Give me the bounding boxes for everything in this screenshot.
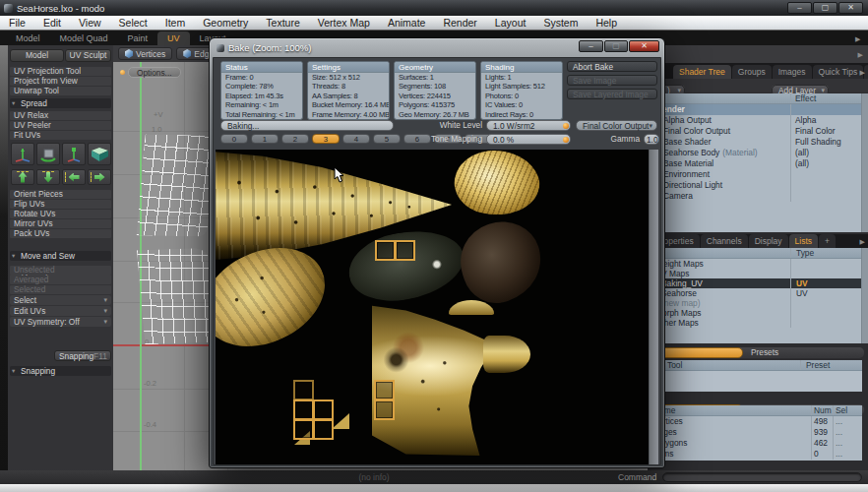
item-panel-tab[interactable]: Channels xyxy=(701,234,748,248)
menu-item[interactable]: Help xyxy=(587,17,626,29)
uv-map-tool-icon[interactable] xyxy=(88,143,111,165)
workspace-tab[interactable]: Model Quad xyxy=(50,31,118,45)
workspace-tab[interactable]: UV xyxy=(157,31,190,45)
vertex-map-row[interactable]: Morph Maps xyxy=(648,308,862,318)
shift-down-icon[interactable] xyxy=(36,169,60,185)
uv-move-tool-icon[interactable] xyxy=(11,143,34,165)
shader-panel-tab[interactable]: Quick Tips xyxy=(813,65,864,79)
tab-uv-sculpt[interactable]: UV Sculpt xyxy=(65,49,111,62)
dialog-minimize-button[interactable]: – xyxy=(579,40,603,52)
tool-list-item[interactable]: Project from View xyxy=(10,77,111,86)
maximize-button[interactable]: ▢ xyxy=(813,2,837,14)
shift-up-icon[interactable] xyxy=(11,169,34,185)
bake-image-scrollbar[interactable] xyxy=(649,150,658,464)
mini-slider-icon[interactable] xyxy=(563,123,569,129)
tone-mapping-field[interactable]: 0.0 % xyxy=(486,134,571,145)
abort-bake-button[interactable]: Abort Bake xyxy=(567,61,657,72)
menu-item[interactable]: Texture xyxy=(257,17,308,29)
bucket-number-button[interactable]: 1 xyxy=(251,134,279,144)
tool-list-item[interactable]: Pack UVs xyxy=(10,229,111,238)
tool-list-item[interactable]: Rotate UVs xyxy=(10,210,111,218)
dialog-close-button[interactable]: ✕ xyxy=(629,40,659,52)
menu-item[interactable]: System xyxy=(534,17,587,29)
options-button[interactable]: Options... xyxy=(128,67,181,78)
shift-right-icon[interactable] xyxy=(88,169,111,185)
options-toggle-dot-icon[interactable] xyxy=(120,70,125,75)
menu-item[interactable]: File xyxy=(0,17,34,29)
menu-item[interactable]: Item xyxy=(156,17,194,29)
uv-rotate-tool-icon[interactable] xyxy=(36,143,60,165)
tool-list-item[interactable]: UV Peeler xyxy=(10,121,111,130)
tab-overflow-arrow-icon[interactable]: ▶ xyxy=(855,35,860,43)
presets-title[interactable]: Presets xyxy=(751,347,778,358)
shader-tree-row[interactable]: Base Material (all) xyxy=(648,158,862,169)
selection-dropdown[interactable]: Edit UVs xyxy=(10,306,111,316)
selection-dropdown[interactable]: Select xyxy=(10,295,111,305)
selection-dropdown[interactable]: UV Symmetry: Off xyxy=(10,317,111,327)
section-spread[interactable]: Spread xyxy=(10,98,111,108)
output-dropdown[interactable]: Final Color Output xyxy=(576,120,657,131)
vertex-map-row[interactable]: Baking_UV UV xyxy=(648,278,862,288)
vertex-map-row[interactable]: Other Maps xyxy=(648,318,862,328)
shader-tree-row[interactable]: Environment xyxy=(648,169,862,180)
vertex-map-row[interactable]: Weight Maps xyxy=(648,259,862,269)
vertex-map-row[interactable]: UV Maps xyxy=(648,269,862,278)
shader-panel-tab[interactable]: Groups xyxy=(732,65,772,79)
mini-slider-icon[interactable] xyxy=(563,137,569,143)
bucket-number-button[interactable]: 0 xyxy=(220,134,248,144)
shader-panel-tab[interactable]: Images xyxy=(773,65,812,79)
vertices-mode-button[interactable]: Vertices xyxy=(118,47,172,60)
shader-tree-row[interactable]: Base Shader Full Shading xyxy=(648,137,862,148)
os-titlebar[interactable]: SeaHorse.lxo - modo – ▢ ✕ xyxy=(0,0,868,16)
vertex-map-row[interactable]: (new map) xyxy=(648,298,862,308)
section-snapping[interactable]: Snapping xyxy=(10,366,111,376)
menu-item[interactable]: Geometry xyxy=(194,17,257,29)
gamma-field[interactable]: 1.0 xyxy=(644,134,659,145)
shader-tree-row[interactable]: Seahorse Body(Material) (all) xyxy=(648,148,862,158)
tool-list-item[interactable]: Flip UVs xyxy=(10,200,111,209)
shader-tree-scrollbar[interactable] xyxy=(861,93,868,232)
tab-overflow-arrow-icon[interactable]: ▶ xyxy=(860,238,865,246)
shader-tree-row[interactable]: Alpha Output Alpha xyxy=(648,115,862,126)
menu-item[interactable]: Render xyxy=(434,17,485,29)
bucket-number-button[interactable]: 4 xyxy=(342,134,370,144)
shader-panel-tab[interactable]: Shader Tree xyxy=(673,65,731,79)
tool-list-item[interactable]: UV Projection Tool xyxy=(10,67,111,76)
shader-tree-row[interactable]: Final Color Output Final Color xyxy=(648,126,862,137)
tool-list-item[interactable]: Mirror UVs xyxy=(10,219,111,228)
shader-tree-row[interactable]: Directional Light xyxy=(648,180,862,191)
shader-tree-row[interactable]: Render xyxy=(648,104,862,115)
tab-model[interactable]: Model xyxy=(10,49,64,62)
panel-overflow-arrow-icon[interactable]: ▶ xyxy=(858,51,863,59)
menu-item[interactable]: Layout xyxy=(486,17,535,29)
bucket-number-button[interactable]: 3 xyxy=(312,134,340,144)
close-button[interactable]: ✕ xyxy=(838,2,863,14)
snapping-button[interactable]: Snapping F11 xyxy=(54,350,111,361)
tool-list-item[interactable]: Unwrap Tool xyxy=(10,87,111,95)
menu-item[interactable]: Edit xyxy=(34,17,70,29)
workspace-tab[interactable]: Paint xyxy=(118,31,158,45)
uv-scale-tool-icon[interactable] xyxy=(62,143,86,165)
bucket-number-button[interactable]: 2 xyxy=(281,134,309,144)
tool-list-item[interactable]: UV Relax xyxy=(10,111,111,120)
command-input[interactable] xyxy=(662,472,862,482)
item-panel-tab[interactable]: Lists xyxy=(789,234,818,248)
shift-left-icon[interactable] xyxy=(62,169,86,185)
lists-scrollbar[interactable] xyxy=(861,248,868,343)
menu-item[interactable]: Animate xyxy=(379,17,435,29)
white-level-field[interactable]: 1.0 W/srm2 xyxy=(486,120,571,131)
vertex-map-row[interactable]: Seahorse UV xyxy=(648,288,862,298)
menu-item[interactable]: View xyxy=(70,17,110,29)
item-panel-tab[interactable]: Display xyxy=(749,234,788,248)
workspace-tab[interactable]: Model xyxy=(6,31,50,45)
presets-empty-row[interactable] xyxy=(648,371,862,391)
tab-overflow-arrow-icon[interactable]: ▶ xyxy=(860,69,865,77)
item-panel-tab[interactable]: + xyxy=(819,234,836,248)
menu-item[interactable]: Select xyxy=(110,17,156,29)
tool-list-item[interactable]: Fit UVs xyxy=(10,131,111,140)
section-move-and-sew[interactable]: Move and Sew xyxy=(10,251,111,261)
tool-list-item[interactable]: Orient Pieces xyxy=(10,190,111,199)
minimize-button[interactable]: – xyxy=(787,2,812,14)
menu-item[interactable]: Vertex Map xyxy=(309,17,379,29)
shader-tree-row[interactable]: Camera xyxy=(648,191,862,202)
